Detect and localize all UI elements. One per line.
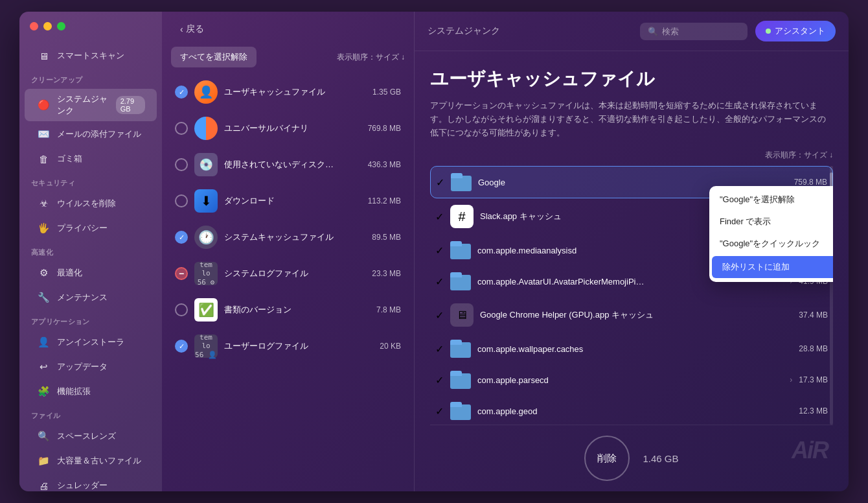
shredder-icon: 🖨 — [36, 478, 51, 491]
check-icon: ✓ — [179, 88, 185, 97]
check-icon: ✓ — [435, 245, 444, 256]
chrome-helper-icon: 🖥 — [450, 303, 474, 327]
sidebar-item-optimization[interactable]: ⚙ 最適化 — [25, 261, 157, 285]
junk-icon: 🔴 — [36, 98, 51, 112]
list-item[interactable]: ユニバーサルバイナリ 769.8 MB — [170, 110, 406, 146]
item-name: システムログファイル — [224, 268, 365, 279]
item-name: Google Chrome Helper (GPU).app キャッシュ — [480, 309, 792, 321]
checkbox[interactable]: ✓ — [435, 244, 444, 257]
item-size: 436.3 MB — [368, 160, 401, 169]
deselect-all-button[interactable]: すべてを選択解除 — [171, 47, 257, 67]
item-name: 使用されていないディスク… — [224, 159, 361, 170]
context-menu-item-finder[interactable]: Finder で表示 — [709, 211, 833, 233]
detail-body: ユーザキャッシュファイル アプリケーションのキャッシュファイルは、本来は起動時間… — [415, 51, 849, 491]
sidebar-item-privacy[interactable]: 🖐 プライバシー — [25, 216, 157, 240]
list-item[interactable]: 💿 使用されていないディスク… 436.3 MB — [170, 146, 406, 183]
maximize-button[interactable] — [57, 22, 65, 30]
back-label: 戻る — [186, 23, 204, 35]
sidebar-item-mail-attachments[interactable]: ✉️ メールの添付ファイル — [25, 123, 157, 146]
sidebar-item-trash[interactable]: 🗑 ゴミ箱 — [25, 147, 157, 170]
universal-binary-icon — [194, 117, 218, 140]
folder-icon — [450, 272, 471, 290]
sidebar-item-uninstaller[interactable]: 👤 アンインストーラ — [25, 331, 157, 354]
sidebar-item-smart-scan[interactable]: 🖥 スマートスキャン — [25, 44, 157, 67]
checkbox[interactable] — [175, 158, 188, 171]
checkbox[interactable] — [175, 194, 188, 207]
sidebar-item-virus[interactable]: ☣ ウイルスを削除 — [25, 192, 157, 215]
checkbox[interactable]: ✓ — [175, 86, 188, 99]
item-name: ユニバーサルバイナリ — [224, 123, 361, 134]
detail-list-item-geod[interactable]: ✓ com.apple.geod 12.3 MB — [430, 395, 833, 425]
section-label-speedup: 高速化 — [19, 241, 162, 260]
check-icon: ✓ — [179, 233, 185, 242]
list-item[interactable]: ⬇ ダウンロード 113.2 MB — [170, 183, 406, 219]
folder-icon — [450, 402, 471, 420]
detail-list-item-chrome-helper[interactable]: ✓ 🖥 Google Chrome Helper (GPU).app キャッシュ… — [430, 297, 833, 333]
detail-list-item-wallpaper[interactable]: ✓ com.apple.wallpaper.caches 28.8 MB — [430, 333, 833, 364]
item-size: 20 KB — [380, 342, 401, 351]
checkbox[interactable] — [175, 303, 188, 316]
updater-icon: ↩ — [36, 360, 51, 374]
checkbox[interactable]: ✓ — [435, 275, 444, 288]
download-icon: ⬇ — [194, 189, 218, 213]
sidebar-item-space-lens[interactable]: 🔍 スペースレンズ — [25, 425, 157, 448]
context-menu-item-exclude[interactable]: 除外リストに追加 — [712, 256, 833, 278]
sidebar-item-shredder[interactable]: 🖨 シュレッダー — [25, 474, 157, 491]
checkbox[interactable]: − — [175, 267, 188, 280]
assistant-button[interactable]: アシスタント — [755, 21, 836, 41]
item-size: 23.3 MB — [372, 269, 401, 278]
privacy-icon: 🖐 — [36, 221, 51, 235]
sidebar-item-system-junk[interactable]: 🔴 システムジャンク 2.79 GB — [25, 89, 157, 121]
item-size: 28.8 MB — [799, 344, 828, 353]
checkbox[interactable]: ✓ — [435, 211, 444, 223]
checkbox[interactable]: ✓ — [435, 374, 444, 386]
trash-icon: 🗑 — [36, 152, 51, 166]
sidebar-item-extensions[interactable]: 🧩 機能拡張 — [25, 380, 157, 403]
context-menu-item-quicklook[interactable]: "Google"をクイックルック — [709, 233, 833, 255]
list-item[interactable]: − tem lo56 ⚙ システムログファイル 23.3 MB — [170, 255, 406, 292]
checkbox[interactable]: ✓ — [436, 176, 444, 189]
item-name: 書類のバージョン — [224, 304, 370, 316]
checkbox[interactable]: ✓ — [435, 405, 444, 417]
sidebar-item-label: メールの添付ファイル — [57, 128, 141, 140]
junk-badge: 2.79 GB — [116, 96, 145, 114]
minimize-button[interactable] — [43, 22, 52, 30]
check-icon: ✓ — [179, 342, 185, 351]
item-name: ユーザキャッシュファイル — [224, 86, 366, 98]
checkbox[interactable]: ✓ — [175, 340, 188, 353]
space-lens-icon: 🔍 — [36, 429, 51, 443]
list-item[interactable]: ✅ 書類のバージョン 7.8 MB — [170, 292, 406, 328]
sidebar-item-label: シュレッダー — [57, 480, 108, 491]
delete-button[interactable]: 削除 — [584, 436, 630, 481]
detail-header: システムジャンク 🔍 アシスタント — [415, 12, 849, 51]
checkbox[interactable]: ✓ — [175, 231, 188, 244]
check-icon: ✓ — [435, 344, 444, 355]
list-item[interactable]: ✓ tem lo56 👤 ユーザーログファイル 20 KB — [170, 328, 406, 364]
breadcrumb: システムジャンク — [428, 25, 500, 37]
sidebar-item-maintenance[interactable]: 🔧 メンテナンス — [25, 286, 157, 309]
detail-list-item-google[interactable]: ✓ Google 759.8 MB "Google"を選択解除 — [430, 166, 833, 198]
detail-list-item-parsecd[interactable]: ✓ com.apple.parsecd › 17.3 MB — [430, 364, 833, 395]
check-icon: ✓ — [435, 375, 444, 386]
drive-icon: 💿 — [194, 153, 218, 176]
context-menu-item-deselect[interactable]: "Google"を選択解除 — [709, 189, 833, 211]
folder-icon — [450, 241, 471, 259]
close-button[interactable] — [30, 22, 38, 30]
minus-icon: − — [179, 268, 184, 279]
total-size: 1.46 GB — [643, 453, 678, 464]
sidebar-item-label: アンインストーラ — [57, 336, 124, 348]
checkbox[interactable] — [175, 122, 188, 135]
list-item[interactable]: ✓ 🕐 システムキャッシュファイル 89.5 MB — [170, 219, 406, 255]
search-box[interactable]: 🔍 — [640, 23, 748, 40]
large-files-icon: 📁 — [36, 454, 51, 468]
checkbox[interactable]: ✓ — [435, 309, 444, 322]
check-icon: ✓ — [436, 177, 444, 188]
checkbox[interactable]: ✓ — [435, 343, 444, 355]
sidebar-item-large-files[interactable]: 📁 大容量＆古いファイル — [25, 449, 157, 473]
sidebar-item-label: ウイルスを削除 — [57, 198, 116, 209]
list-item[interactable]: ✓ 👤 ユーザキャッシュファイル 1.35 GB — [170, 74, 406, 110]
search-input[interactable] — [662, 27, 740, 36]
sidebar-item-updater[interactable]: ↩ アップデータ — [25, 355, 157, 379]
back-button[interactable]: ‹ 戻る — [175, 21, 209, 38]
back-chevron-icon: ‹ — [180, 24, 183, 34]
